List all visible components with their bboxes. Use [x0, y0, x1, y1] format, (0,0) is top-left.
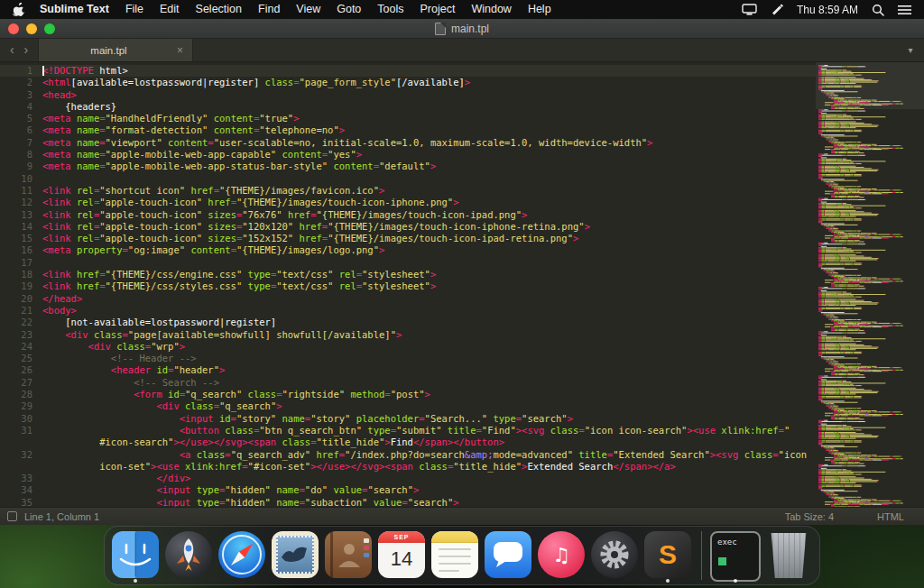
trash-icon — [768, 533, 809, 578]
menu-item-help[interactable]: Help — [520, 0, 559, 19]
dock-sublime-text[interactable]: S — [644, 529, 691, 582]
dock-calendar[interactable]: SEP 14 — [378, 529, 425, 582]
code-line[interactable]: 12<link rel="apple-touch-icon" href="{TH… — [0, 197, 816, 208]
calendar-icon: SEP 14 — [378, 531, 425, 578]
calendar-month: SEP — [378, 531, 425, 543]
running-indicator — [734, 579, 737, 583]
line-number: 27 — [0, 377, 42, 389]
tab-size-indicator[interactable]: Tab Size: 4 — [785, 511, 834, 522]
minimap[interactable] — [816, 62, 924, 507]
code-line[interactable]: 23<div class="page[available=showfull] s… — [0, 329, 816, 341]
menu-item-edit[interactable]: Edit — [152, 0, 188, 19]
close-window-button[interactable] — [8, 23, 19, 34]
syntax-indicator[interactable]: HTML — [877, 511, 904, 522]
menu-item-window[interactable]: Window — [463, 0, 519, 19]
tab-close-icon[interactable]: × — [177, 44, 183, 57]
code-line[interactable]: 5<meta name="HandheldFriendly" content="… — [0, 113, 816, 124]
notification-center-icon[interactable] — [898, 5, 911, 15]
code-line[interactable]: 15<link rel="apple-touch-icon" sizes="15… — [0, 233, 816, 244]
dock-launchpad[interactable] — [165, 529, 212, 582]
code-line[interactable]: 24<div class="wrp"> — [0, 341, 816, 353]
gear-icon — [591, 531, 638, 578]
cursor-position: Line 1, Column 1 — [24, 511, 99, 522]
code-line[interactable]: 13<link rel="apple-touch-icon" sizes="76… — [0, 209, 816, 221]
vintage-mode-icon[interactable] — [7, 511, 17, 521]
dock-exec-terminal[interactable]: exec — [712, 529, 759, 582]
dock-itunes[interactable]: ♫ — [538, 529, 585, 582]
line-number: 32 — [0, 449, 42, 461]
code-line[interactable]: 18<link href="{THEME}/css/engine.css" ty… — [0, 269, 816, 280]
menu-item-file[interactable]: File — [117, 0, 152, 19]
code-line[interactable]: 28<form id="q_search" class="rightside" … — [0, 389, 816, 400]
code-line[interactable]: 25<!-- Header --> — [0, 353, 816, 364]
pen-tool-icon[interactable] — [771, 4, 783, 16]
title-bar[interactable]: main.tpl — [0, 19, 924, 39]
code-line[interactable]: 20</head> — [0, 293, 816, 305]
code-line[interactable]: 21<body> — [0, 305, 816, 317]
tab-main-tpl[interactable]: main.tpl × — [39, 39, 193, 61]
menu-item-find[interactable]: Find — [250, 0, 288, 19]
display-airplay-icon[interactable] — [742, 4, 757, 15]
code-line[interactable]: 10 — [0, 173, 816, 185]
code-line[interactable]: 14<link rel="apple-touch-icon" sizes="12… — [0, 221, 816, 233]
code-line[interactable]: 29<div class="q_search"> — [0, 400, 816, 412]
line-number: 1 — [0, 65, 42, 77]
spotlight-search-icon[interactable] — [872, 4, 884, 16]
code-line[interactable]: 32<a class="q_search_adv" href="/index.p… — [0, 449, 816, 461]
line-number: 22 — [0, 317, 42, 328]
dock-finder[interactable] — [112, 529, 159, 582]
code-line[interactable]: 35<input type="hidden" name="subaction" … — [0, 497, 816, 507]
dock-notes[interactable] — [431, 529, 478, 582]
code-line[interactable]: 3<head> — [0, 89, 816, 101]
status-bar-right: Tab Size: 4 HTML — [785, 511, 917, 522]
line-number: 31 — [0, 425, 42, 436]
menu-item-goto[interactable]: Goto — [328, 0, 369, 19]
line-number: 2 — [0, 77, 42, 88]
apple-menu[interactable] — [5, 3, 32, 16]
code-line[interactable]: 2<html[available=lostpassword|register] … — [0, 77, 816, 88]
tab-overflow-menu-icon[interactable]: ▾ — [897, 39, 924, 61]
menu-item-view[interactable]: View — [288, 0, 328, 19]
code-line[interactable]: 8<meta name="apple-mobile-web-app-capabl… — [0, 149, 816, 161]
code-line[interactable]: 17 — [0, 257, 816, 269]
minimap-viewport-indicator[interactable] — [816, 62, 924, 109]
tab-nav-forward-icon[interactable]: › — [23, 39, 28, 61]
sublime-text-icon: S — [644, 531, 691, 578]
editor-viewport[interactable]: 1<!DOCTYPE html>2<html[available=lostpas… — [0, 62, 924, 507]
tab-bar: ‹ › main.tpl × ▾ — [0, 39, 924, 62]
code-line[interactable]: 9<meta name="apple-mobile-web-app-status… — [0, 161, 816, 172]
code-line[interactable]: 30<input id="story" name="story" placeho… — [0, 413, 816, 425]
code-line[interactable]: 34<input type="hidden" name="do" value="… — [0, 484, 816, 496]
code-line[interactable]: 16<meta property="og:image" content="{TH… — [0, 244, 816, 256]
code-line[interactable]: #icon-search"></use></svg><span class="t… — [0, 436, 816, 448]
dock-system-preferences[interactable] — [591, 529, 638, 582]
zoom-window-button[interactable] — [44, 23, 55, 34]
code-line[interactable]: 27<!-- Search --> — [0, 377, 816, 389]
code-line[interactable]: 33</div> — [0, 473, 816, 484]
menu-bar-clock[interactable]: Thu 8:59 AM — [797, 4, 858, 16]
dock-contacts[interactable] — [325, 529, 372, 582]
dock-mail[interactable] — [272, 529, 319, 582]
code-line[interactable]: 26<header id="header"> — [0, 364, 816, 376]
menu-item-sublime-text[interactable]: Sublime Text — [32, 0, 117, 19]
code-line[interactable]: icon-set"><use xlink:href="#icon-set"></… — [0, 461, 816, 473]
code-line[interactable]: 4{headers} — [0, 101, 816, 113]
code-line[interactable]: 31<button class="btn q_search_btn" type=… — [0, 425, 816, 436]
dock-safari[interactable] — [218, 529, 265, 582]
menu-item-project[interactable]: Project — [412, 0, 464, 19]
code-line[interactable]: 22[not-available=lostpassword|register] — [0, 317, 816, 328]
minimize-window-button[interactable] — [26, 23, 37, 34]
code-line[interactable]: 19<link href="{THEME}/css/styles.css" ty… — [0, 280, 816, 292]
tab-nav-back-icon[interactable]: ‹ — [10, 39, 14, 61]
dock-messages[interactable] — [485, 529, 531, 582]
menu-item-tools[interactable]: Tools — [369, 0, 411, 19]
dock-trash[interactable] — [765, 529, 812, 582]
code-area[interactable]: 1<!DOCTYPE html>2<html[available=lostpas… — [0, 65, 816, 507]
menu-item-selection[interactable]: Selection — [188, 0, 250, 19]
code-line[interactable]: 11<link rel="shortcut icon" href="{THEME… — [0, 185, 816, 197]
mail-stamp-icon — [272, 531, 319, 578]
code-line[interactable]: 1<!DOCTYPE html> — [0, 65, 816, 77]
code-line[interactable]: 6<meta name="format-detection" content="… — [0, 124, 816, 136]
document-proxy-icon[interactable] — [435, 23, 446, 35]
code-line[interactable]: 7<meta name="viewport" content="user-sca… — [0, 137, 816, 149]
